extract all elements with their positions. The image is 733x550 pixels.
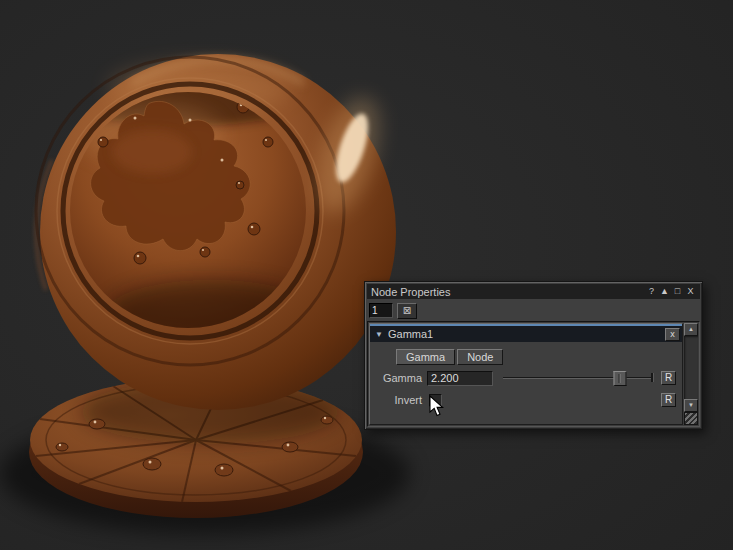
node-name: Gamma1	[388, 328, 665, 340]
expander-icon[interactable]: ▼	[372, 330, 386, 339]
panel-titlebar[interactable]: Node Properties ? ▲ □ X	[367, 284, 700, 299]
maximize-icon[interactable]: □	[672, 285, 683, 298]
gamma-slider-end-tick	[651, 373, 653, 382]
titlebar-controls: ? ▲ □ X	[646, 285, 696, 298]
gamma-slider-track[interactable]	[503, 377, 653, 378]
tab-node[interactable]: Node	[457, 349, 503, 365]
pin-node-button[interactable]: ⊠	[397, 303, 417, 319]
panel-title: Node Properties	[371, 286, 646, 298]
node-group: ▼ Gamma1 x Gamma Node Gamma R	[369, 323, 683, 425]
tab-gamma[interactable]: Gamma	[396, 349, 455, 365]
node-index-input[interactable]	[369, 303, 393, 318]
shader-ball-viewport	[0, 0, 733, 550]
panel-scrollbar[interactable]: ▲ ▼	[684, 323, 698, 425]
scrollbar-track[interactable]	[684, 336, 698, 399]
invert-label: Invert	[370, 394, 422, 406]
invert-reset-button[interactable]: R	[661, 393, 676, 407]
scroll-up-icon: ▲	[688, 326, 694, 332]
panel-client-area: ▼ Gamma1 x Gamma Node Gamma R	[367, 321, 700, 427]
pin-node-icon: ⊠	[403, 305, 411, 316]
gamma-label: Gamma	[370, 372, 422, 384]
panel-toolbar: ⊠	[369, 302, 417, 319]
shade-icon[interactable]: ▲	[659, 285, 670, 298]
node-properties-panel: Node Properties ? ▲ □ X ⊠ ▼ Gamma1 x	[364, 281, 703, 430]
gamma-slider-handle[interactable]	[614, 371, 627, 386]
node-tabs: Gamma Node	[396, 349, 682, 365]
invert-checkbox[interactable]	[429, 394, 442, 407]
gamma-value-field[interactable]	[427, 371, 493, 386]
gamma-slider[interactable]	[503, 370, 653, 386]
scroll-down-button[interactable]: ▼	[684, 399, 698, 412]
scroll-up-button[interactable]: ▲	[684, 323, 698, 336]
invert-param-row: Invert R	[370, 391, 676, 409]
resize-grip[interactable]	[684, 412, 698, 425]
scroll-down-icon: ▼	[688, 402, 694, 408]
close-icon[interactable]: X	[685, 285, 696, 298]
help-icon[interactable]: ?	[646, 285, 657, 298]
remove-node-button[interactable]: x	[665, 328, 680, 341]
application-window: Node Properties ? ▲ □ X ⊠ ▼ Gamma1 x	[0, 0, 733, 550]
gamma-reset-button[interactable]: R	[661, 371, 676, 385]
node-group-header[interactable]: ▼ Gamma1 x	[370, 324, 682, 342]
gamma-param-row: Gamma R	[370, 369, 676, 387]
